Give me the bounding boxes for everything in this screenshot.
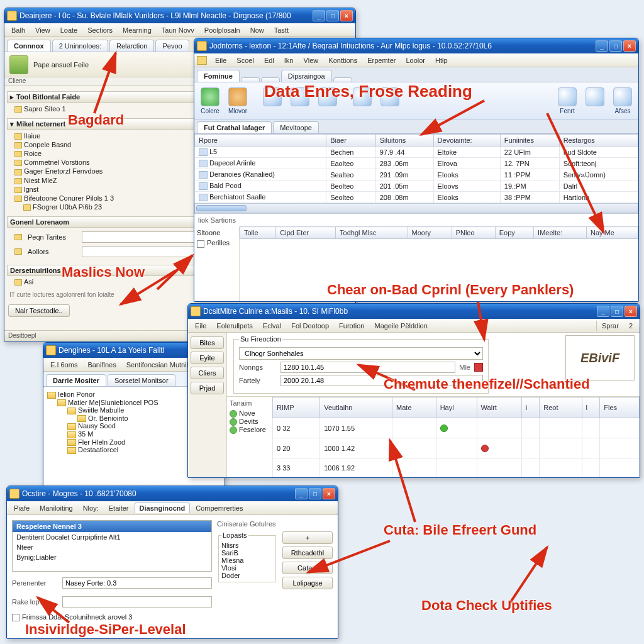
grid-row[interactable]: Dapecel AriinleEaolteo283 .06mElrova12. … <box>195 158 638 169</box>
minimize-button[interactable]: _ <box>295 488 308 499</box>
tool-fenrt[interactable]: Fenrt <box>555 86 579 116</box>
side-check[interactable]: Perilles <box>197 239 236 247</box>
titlebar[interactable]: Jodntorns - lextion - 12:1Afte / Beqraal… <box>194 38 638 53</box>
add-button[interactable]: + <box>282 531 333 544</box>
tab[interactable]: Dipsraingoa <box>281 70 332 82</box>
btn[interactable]: Rthcadethl <box>282 547 333 559</box>
menu-item[interactable]: Piafe <box>9 503 34 513</box>
tool-button[interactable] <box>288 86 312 116</box>
side-btn[interactable]: Prjad <box>191 382 224 394</box>
menu-item[interactable]: 2 <box>625 321 637 331</box>
legend-item[interactable]: Mlesna <box>221 557 273 564</box>
menu-item[interactable]: Eolerullpets <box>212 321 257 331</box>
col-header[interactable]: PNleo <box>452 227 495 239</box>
scroll-thumb[interactable] <box>196 205 247 211</box>
menu-item[interactable]: Scoel <box>232 55 258 65</box>
maximize-button[interactable]: □ <box>309 488 321 499</box>
grid-row[interactable]: Berchiatoot SaalleSeolteo208 .08mElooks3… <box>195 192 638 203</box>
tool-button[interactable] <box>316 86 340 116</box>
menu-item[interactable]: Konttions <box>324 55 362 65</box>
maximize-button[interactable]: □ <box>611 306 623 317</box>
close-button[interactable]: × <box>323 488 335 499</box>
menu-item[interactable]: Poolplosaln <box>200 25 245 35</box>
legend-item[interactable]: Vlosi <box>221 564 273 572</box>
project-icon[interactable] <box>9 55 28 74</box>
input-nonngs[interactable] <box>280 362 455 373</box>
tab[interactable] <box>241 77 260 82</box>
h-scrollbar[interactable] <box>194 203 638 213</box>
param-input[interactable] <box>62 577 212 589</box>
col-header[interactable]: Rpore <box>195 135 326 147</box>
subtab[interactable]: Fut Crathal lafager <box>197 121 272 133</box>
col-header[interactable]: Funiinites <box>500 135 559 147</box>
col-header[interactable]: Todhgl Mlsc <box>336 227 408 239</box>
menu-item[interactable]: Furotion <box>335 321 369 331</box>
col-header[interactable]: Hayl <box>436 397 477 418</box>
menu-item[interactable]: Eclval <box>258 321 286 331</box>
checkbox-icon[interactable] <box>197 240 204 248</box>
col-header[interactable]: Reot <box>540 397 582 418</box>
new-testcode-button[interactable]: Nalr Tesctodle.. <box>8 304 70 317</box>
col-header[interactable]: Devoiainte: <box>433 135 500 147</box>
grid-row[interactable]: 0 321070 1.55 <box>273 418 640 438</box>
tab[interactable] <box>261 77 280 82</box>
tool-movor[interactable]: Mlovor <box>226 86 250 116</box>
tab[interactable]: Pevoo <box>155 40 189 52</box>
legend-item[interactable]: SariB <box>221 549 273 557</box>
tool-button[interactable] <box>260 86 284 116</box>
list-item[interactable] <box>13 562 211 571</box>
col-header[interactable]: RIMP <box>273 397 320 418</box>
col-header[interactable]: IMeelte: <box>534 227 587 239</box>
close-button[interactable]: × <box>623 40 636 52</box>
menu-item[interactable]: Taun Novv <box>157 25 199 35</box>
list-item[interactable]: Nteer <box>13 542 211 552</box>
tab[interactable]: Relarction <box>109 40 155 52</box>
tool-button[interactable] <box>583 86 607 116</box>
menu-item[interactable]: Ikn <box>280 55 298 65</box>
col-header[interactable]: l <box>582 397 600 418</box>
menu-item[interactable]: Mearning <box>118 25 156 35</box>
col-header[interactable]: Biaer <box>326 135 376 147</box>
tab[interactable] <box>333 77 352 82</box>
maximize-button[interactable]: □ <box>326 10 339 21</box>
menu-item[interactable]: Now <box>246 25 269 35</box>
menu-item[interactable]: Sectiors <box>83 25 117 35</box>
menu-item[interactable]: Nloy: <box>79 503 103 513</box>
tool-afses[interactable]: Afses <box>611 86 635 116</box>
menu-item[interactable]: Eile <box>191 321 211 331</box>
menu-item[interactable]: Edl <box>260 55 279 65</box>
combo-direction[interactable]: Clhogr Sonhehales <box>239 347 483 360</box>
col-header[interactable]: Tolle <box>240 227 276 239</box>
tab[interactable]: Fominue <box>197 70 240 82</box>
col-header[interactable]: Veutlaihn <box>320 397 392 418</box>
titlebar[interactable]: DcsitMitre Culnire a:Masils - 10. SI MiF… <box>188 304 640 319</box>
legend-item[interactable]: Nlisrs <box>221 541 273 549</box>
menu-item[interactable]: Sprar <box>596 321 623 331</box>
rake-input[interactable] <box>62 596 212 608</box>
menu-item[interactable]: Loate <box>56 25 82 35</box>
side-btn[interactable]: Cliers <box>191 367 224 379</box>
btn-lolpage[interactable]: Lolipagse <box>282 577 333 589</box>
menu-item[interactable]: Loolor <box>401 55 430 65</box>
menu-item[interactable]: Vlew <box>299 55 323 65</box>
status-row[interactable]: Feselore <box>230 426 270 434</box>
btn-cataril[interactable]: Cataril <box>282 562 333 574</box>
menu-item[interactable]: Baniflnes <box>83 360 120 370</box>
tool-button[interactable] <box>378 86 402 116</box>
menu-item[interactable]: Mageile Pëlddion <box>370 321 431 331</box>
minimize-button[interactable]: _ <box>313 10 325 21</box>
menu-item[interactable]: Tastt <box>270 25 293 35</box>
checkbox-icon[interactable] <box>12 614 19 621</box>
tab[interactable]: Sorsetel Monitsor <box>108 374 175 386</box>
grid-row[interactable]: Deranoies (Ranalied)Sealteo291 .09mElook… <box>195 169 638 180</box>
tab[interactable]: 2 Uninnoloes: <box>52 40 108 52</box>
check-row[interactable]: Frimssa Ddal Scolunihneck arovel 3 <box>12 613 212 621</box>
menu-item[interactable]: Fol Dootoop <box>287 321 333 331</box>
menu-item[interactable]: Maniloiting <box>35 503 77 513</box>
col-header[interactable]: Siluitons <box>375 135 433 147</box>
grid-row[interactable]: 0 201000 1.42 <box>273 438 640 458</box>
menu-item[interactable]: Balh <box>7 25 30 35</box>
tab[interactable]: Darrie Mositer <box>46 374 106 386</box>
col-header[interactable]: Nay Me <box>587 227 638 239</box>
grid-row[interactable]: 3 331006 1.92 <box>273 458 640 477</box>
